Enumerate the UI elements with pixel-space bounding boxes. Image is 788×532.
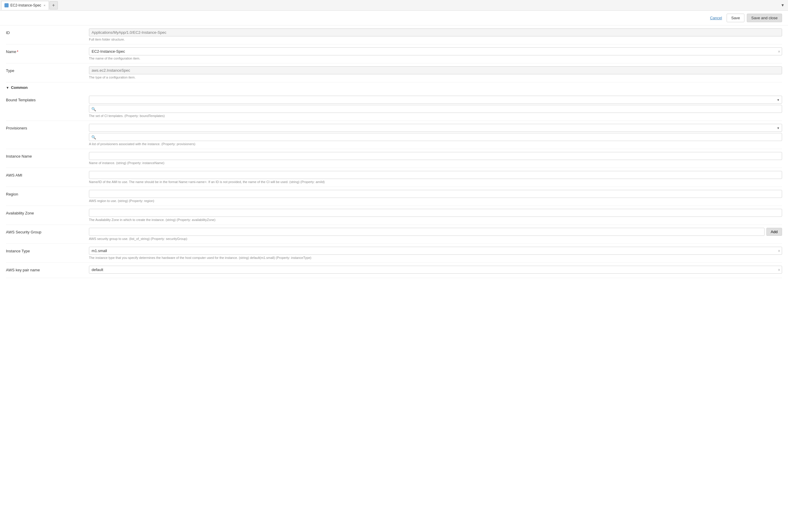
bound-templates-field: 🔍 The set of CI templates. (Property: bo…	[89, 96, 782, 118]
instance-type-field: × The instance type that you specify det…	[89, 247, 782, 260]
provisioners-select-wrapper[interactable]	[89, 124, 782, 132]
cancel-button[interactable]: Cancel	[708, 14, 724, 22]
bound-templates-search-input[interactable]	[89, 105, 782, 113]
aws-key-pair-input-wrapper: ×	[89, 266, 782, 274]
aws-ami-input[interactable]	[89, 171, 782, 179]
type-hint: The type of a configuration item.	[89, 76, 782, 79]
tab-ec2-instance-spec[interactable]: EC2-Instance-Spec ×	[1, 1, 49, 10]
instance-name-label: Instance Name	[6, 152, 89, 159]
common-section-header[interactable]: ▼ Common	[6, 82, 782, 93]
aws-key-pair-label: AWS key pair name	[6, 266, 89, 272]
instance-type-hint: The instance type that you specify deter…	[89, 256, 782, 260]
provisioners-field: 🔍 A list of provisioners associated with…	[89, 124, 782, 146]
provisioners-search-input[interactable]	[89, 133, 782, 141]
aws-key-pair-input[interactable]	[89, 266, 782, 274]
region-input[interactable]	[89, 190, 782, 198]
availability-zone-field: The Availability Zone in which to create…	[89, 209, 782, 222]
aws-key-pair-field: ×	[89, 266, 782, 275]
name-hint: The name of the configuration item.	[89, 57, 782, 60]
tab-chevron-button[interactable]: ▼	[779, 1, 787, 9]
tab-title: EC2-Instance-Spec	[11, 3, 41, 7]
name-required: *	[17, 49, 18, 54]
name-label: Name*	[6, 47, 89, 54]
tab-add-button[interactable]: +	[50, 1, 58, 9]
save-button[interactable]: Save	[727, 14, 744, 22]
instance-name-field: Name of instance. (string) (Property: in…	[89, 152, 782, 165]
instance-type-label: Instance Type	[6, 247, 89, 253]
aws-security-group-label: AWS Security Group	[6, 228, 89, 234]
common-chevron-icon: ▼	[6, 86, 9, 89]
aws-key-pair-clear-button[interactable]: ×	[778, 268, 780, 272]
bound-templates-search-wrapper: 🔍	[89, 105, 782, 113]
type-label: Type	[6, 66, 89, 73]
tab-file-icon	[4, 3, 8, 7]
name-input[interactable]	[89, 47, 782, 55]
id-row: ID Full item folder structure.	[6, 25, 782, 44]
tab-close-button[interactable]: ×	[44, 3, 45, 7]
id-input	[89, 28, 782, 37]
instance-type-input[interactable]	[89, 247, 782, 255]
aws-security-group-hint: AWS security group to use. (list_of_stri…	[89, 237, 782, 241]
availability-zone-label: Availability Zone	[6, 209, 89, 216]
provisioners-hint: A list of provisioners associated with t…	[89, 142, 782, 146]
instance-type-row: Instance Type × The instance type that y…	[6, 244, 782, 263]
availability-zone-row: Availability Zone The Availability Zone …	[6, 206, 782, 225]
region-field: AWS region to use. (string) (Property: r…	[89, 190, 782, 203]
name-clear-button[interactable]: ×	[778, 49, 780, 54]
tab-bar: EC2-Instance-Spec × + ▼	[0, 0, 788, 11]
bound-templates-search-icon: 🔍	[91, 107, 96, 111]
common-section-label: Common	[11, 85, 27, 90]
name-row: Name* × The name of the configuration it…	[6, 44, 782, 63]
aws-key-pair-row: AWS key pair name ×	[6, 263, 782, 278]
provisioners-row: Provisioners 🔍 A list of provisioners as…	[6, 121, 782, 149]
bound-templates-row: Bound Templates 🔍 The set of CI template…	[6, 93, 782, 121]
aws-security-group-input-wrapper: Add	[89, 228, 782, 236]
aws-security-group-row: AWS Security Group Add AWS security grou…	[6, 225, 782, 244]
bound-templates-select-wrapper[interactable]	[89, 96, 782, 104]
name-input-wrapper: ×	[89, 47, 782, 55]
instance-name-hint: Name of instance. (string) (Property: in…	[89, 161, 782, 165]
aws-ami-row: AWS AMI Name/ID of the AMI to use. The n…	[6, 168, 782, 187]
type-row: Type The type of a configuration item.	[6, 63, 782, 82]
provisioners-search-wrapper: 🔍	[89, 133, 782, 141]
provisioners-select[interactable]	[89, 124, 782, 132]
availability-zone-hint: The Availability Zone in which to create…	[89, 218, 782, 222]
aws-ami-field: Name/ID of the AMI to use. The name shou…	[89, 171, 782, 184]
aws-ami-hint: Name/ID of the AMI to use. The name shou…	[89, 180, 782, 184]
instance-name-input[interactable]	[89, 152, 782, 160]
id-label: ID	[6, 28, 89, 35]
aws-security-group-field: Add AWS security group to use. (list_of_…	[89, 228, 782, 241]
instance-type-clear-button[interactable]: ×	[778, 249, 780, 253]
region-hint: AWS region to use. (string) (Property: r…	[89, 199, 782, 203]
provisioners-label: Provisioners	[6, 124, 89, 130]
bound-templates-label: Bound Templates	[6, 96, 89, 102]
toolbar: Cancel Save Save and close	[0, 11, 788, 25]
region-row: Region AWS region to use. (string) (Prop…	[6, 187, 782, 206]
svg-rect-0	[5, 4, 8, 7]
type-field: The type of a configuration item.	[89, 66, 782, 79]
form-container: ID Full item folder structure. Name* × T…	[0, 25, 788, 284]
name-field: × The name of the configuration item.	[89, 47, 782, 60]
region-label: Region	[6, 190, 89, 197]
instance-type-input-wrapper: ×	[89, 247, 782, 255]
save-close-button[interactable]: Save and close	[747, 14, 782, 22]
id-field: Full item folder structure.	[89, 28, 782, 41]
id-hint: Full item folder structure.	[89, 38, 782, 41]
provisioners-search-icon: 🔍	[91, 135, 96, 139]
instance-name-row: Instance Name Name of instance. (string)…	[6, 149, 782, 168]
aws-security-group-input[interactable]	[89, 228, 765, 236]
type-input	[89, 66, 782, 74]
aws-security-group-add-button[interactable]: Add	[766, 228, 782, 236]
bound-templates-hint: The set of CI templates. (Property: boun…	[89, 114, 782, 118]
availability-zone-input[interactable]	[89, 209, 782, 217]
aws-ami-label: AWS AMI	[6, 171, 89, 178]
bound-templates-select[interactable]	[89, 96, 782, 104]
